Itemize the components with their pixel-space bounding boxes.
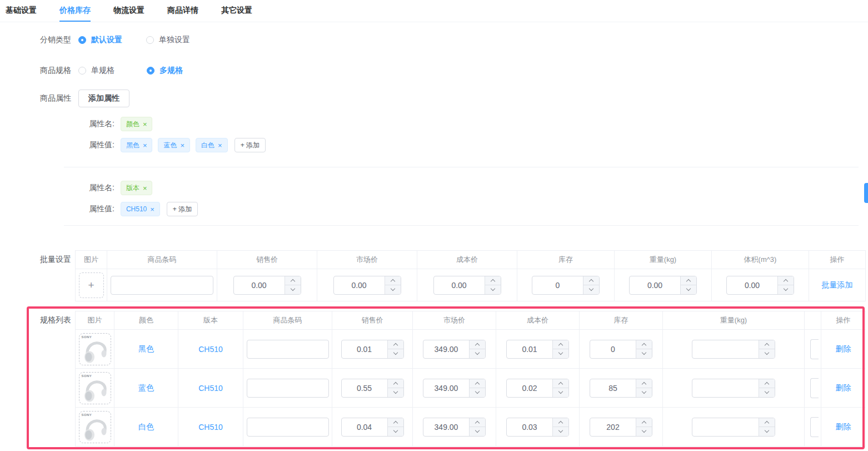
increase-button[interactable]	[636, 418, 652, 427]
increase-button[interactable]	[778, 276, 794, 285]
upload-image-button[interactable]: +	[79, 272, 104, 298]
decrease-button[interactable]	[470, 388, 485, 397]
weight-input[interactable]	[692, 418, 775, 437]
decrease-button[interactable]	[636, 427, 652, 436]
batch-barcode-input[interactable]	[111, 276, 213, 295]
cost-price-input[interactable]	[506, 379, 569, 398]
increase-button[interactable]	[636, 379, 652, 388]
radio-single-spec[interactable]: 单规格	[78, 66, 114, 76]
decrease-button[interactable]	[778, 285, 794, 294]
batch-stock-input[interactable]	[532, 276, 600, 295]
batch-cost-price-input-field[interactable]	[434, 276, 485, 294]
delete-link[interactable]: 删除	[836, 383, 851, 392]
tab-logistics-settings[interactable]: 物流设置	[113, 0, 144, 22]
barcode-input[interactable]	[247, 340, 329, 359]
cost-price-input[interactable]	[506, 418, 569, 437]
decrease-button[interactable]	[759, 349, 775, 358]
increase-button[interactable]	[388, 418, 403, 427]
decrease-button[interactable]	[636, 388, 652, 397]
market-price-input-field[interactable]	[423, 340, 469, 358]
close-icon[interactable]: ×	[218, 142, 222, 149]
weight-input[interactable]	[692, 340, 775, 359]
radio-multi-spec[interactable]: 多规格	[147, 66, 183, 76]
batch-volume-input-field[interactable]	[727, 276, 777, 294]
tab-basic-settings[interactable]: 基础设置	[6, 0, 37, 22]
decrease-button[interactable]	[553, 349, 568, 358]
product-image[interactable]: SONY	[79, 333, 111, 365]
barcode-input[interactable]	[247, 418, 329, 437]
decrease-button[interactable]	[553, 388, 568, 397]
stock-input[interactable]	[590, 418, 652, 437]
batch-sale-price-input-field[interactable]	[234, 276, 285, 294]
tab-price-stock[interactable]: 价格库存	[59, 0, 91, 22]
sale-price-input[interactable]	[341, 340, 404, 359]
stock-input-field[interactable]	[590, 418, 636, 436]
decrease-button[interactable]	[388, 388, 403, 397]
increase-button[interactable]	[470, 340, 485, 349]
batch-market-price-input-field[interactable]	[334, 276, 385, 294]
market-price-input-field[interactable]	[423, 418, 469, 436]
market-price-input-field[interactable]	[423, 379, 469, 397]
market-price-input[interactable]	[423, 418, 486, 437]
radio-unchecked-icon[interactable]	[146, 36, 154, 44]
close-icon[interactable]: ×	[150, 206, 154, 213]
cost-price-input-field[interactable]	[507, 379, 552, 397]
edge-panel-toggle-button[interactable]	[864, 183, 868, 203]
cost-price-input-field[interactable]	[507, 418, 552, 436]
cost-price-input-field[interactable]	[507, 340, 552, 358]
sale-price-input[interactable]	[341, 418, 404, 437]
increase-button[interactable]	[385, 276, 401, 285]
increase-button[interactable]	[681, 276, 696, 285]
decrease-button[interactable]	[470, 427, 485, 436]
sale-price-input-field[interactable]	[342, 340, 387, 358]
stock-input-field[interactable]	[590, 340, 636, 358]
product-image[interactable]: SONY	[79, 411, 111, 443]
batch-volume-input[interactable]	[726, 276, 794, 295]
stock-input[interactable]	[590, 379, 652, 398]
tab-other-settings[interactable]: 其它设置	[221, 0, 252, 22]
increase-button[interactable]	[759, 379, 775, 388]
increase-button[interactable]	[388, 340, 403, 349]
increase-button[interactable]	[636, 340, 652, 349]
close-icon[interactable]: ×	[143, 142, 147, 149]
radio-checked-icon[interactable]	[78, 36, 86, 44]
sale-price-input-field[interactable]	[342, 379, 387, 397]
delete-link[interactable]: 删除	[836, 422, 851, 431]
decrease-button[interactable]	[470, 349, 485, 358]
sale-price-input[interactable]	[341, 379, 404, 398]
increase-button[interactable]	[485, 276, 501, 285]
radio-individual-settings[interactable]: 单独设置	[146, 35, 190, 45]
decrease-button[interactable]	[681, 285, 696, 294]
market-price-input[interactable]	[423, 379, 486, 398]
batch-weight-input-field[interactable]	[630, 276, 680, 294]
increase-button[interactable]	[759, 340, 775, 349]
increase-button[interactable]	[553, 340, 568, 349]
decrease-button[interactable]	[385, 285, 401, 294]
decrease-button[interactable]	[485, 285, 501, 294]
weight-input-field[interactable]	[692, 379, 759, 397]
increase-button[interactable]	[759, 418, 775, 427]
weight-input-field[interactable]	[692, 340, 759, 358]
decrease-button[interactable]	[388, 427, 403, 436]
product-image[interactable]: SONY	[79, 372, 111, 404]
increase-button[interactable]	[553, 418, 568, 427]
radio-default-settings[interactable]: 默认设置	[78, 35, 122, 45]
decrease-button[interactable]	[553, 427, 568, 436]
decrease-button[interactable]	[285, 285, 301, 294]
close-icon[interactable]: ×	[180, 142, 184, 149]
batch-market-price-input[interactable]	[333, 276, 401, 295]
stock-input-field[interactable]	[590, 379, 636, 397]
close-icon[interactable]: ×	[143, 185, 147, 192]
batch-weight-input[interactable]	[629, 276, 697, 295]
increase-button[interactable]	[388, 379, 403, 388]
weight-input-field[interactable]	[692, 418, 759, 436]
decrease-button[interactable]	[759, 427, 775, 436]
add-attr-value-button[interactable]: + 添加	[235, 138, 266, 152]
delete-link[interactable]: 删除	[836, 344, 851, 353]
tab-product-detail[interactable]: 商品详情	[167, 0, 198, 22]
increase-button[interactable]	[470, 379, 485, 388]
increase-button[interactable]	[285, 276, 301, 285]
increase-button[interactable]	[583, 276, 599, 285]
cost-price-input[interactable]	[506, 340, 569, 359]
decrease-button[interactable]	[583, 285, 599, 294]
